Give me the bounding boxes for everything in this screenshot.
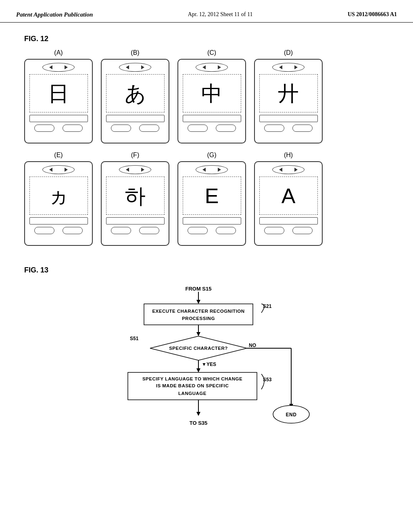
pill-arrow-left-g <box>202 168 206 172</box>
phone-b-buttons <box>111 125 159 132</box>
phone-g-btn2[interactable] <box>216 227 236 234</box>
from-s15-text: FROM S15 <box>185 286 211 292</box>
phone-d: (D) 廾 <box>254 49 323 143</box>
phone-a-mockup: 日 <box>24 59 93 143</box>
phone-h-btn1[interactable] <box>264 227 284 234</box>
arrow-from-s15-head <box>196 300 200 304</box>
phone-g-char: E <box>205 185 219 206</box>
phone-c-mockup: 中 <box>177 59 246 143</box>
arrow-s21-s51-head <box>196 332 200 336</box>
phone-g-btn1[interactable] <box>188 227 208 234</box>
s51-label: S51 <box>130 336 139 341</box>
phone-g-mockup: E <box>177 161 246 246</box>
phone-c-input: 中 <box>183 74 241 112</box>
phone-e-btn1[interactable] <box>34 227 54 234</box>
phone-e-input: ヵ <box>29 177 88 215</box>
phone-a-btn1[interactable] <box>34 125 54 132</box>
phone-a-bar <box>29 115 88 122</box>
phone-b-pill <box>119 63 151 72</box>
arrow-yes-head <box>196 368 200 372</box>
phone-a-label: (A) <box>54 49 63 56</box>
phone-d-btn2[interactable] <box>292 125 313 132</box>
pill-arrow-right-h <box>294 168 298 172</box>
s21-rect <box>144 304 253 325</box>
header-right: US 2012/0086663 A1 <box>348 11 397 18</box>
phone-c-btn1[interactable] <box>188 125 208 132</box>
phone-e-char: ヵ <box>48 185 69 206</box>
phone-f-btn1[interactable] <box>111 227 131 234</box>
phone-e-btn2[interactable] <box>63 227 83 234</box>
phone-b-label: (B) <box>131 49 139 56</box>
pill-arrow-left-f <box>126 168 129 172</box>
to-s35-text: TO S35 <box>190 420 208 426</box>
phone-c-pill <box>196 63 228 72</box>
phones-row-2: (E) ヵ <box>24 152 389 246</box>
pill-arrow-left-h <box>279 168 282 172</box>
phone-f-bar <box>106 217 165 224</box>
phone-g-label: (G) <box>207 152 216 159</box>
phone-g: (G) E <box>177 152 246 246</box>
phone-a-char: 日 <box>48 83 69 104</box>
phone-f-buttons <box>111 227 159 234</box>
pill-arrow-right-c <box>218 65 221 69</box>
pill-arrow-left-d <box>279 65 282 69</box>
phone-a-btn2[interactable] <box>63 125 83 132</box>
phone-h-mockup: A <box>254 161 323 246</box>
phone-d-bar <box>259 115 318 122</box>
phone-d-label: (D) <box>284 49 293 56</box>
phone-d-pill <box>272 63 305 72</box>
phone-c-buttons <box>188 125 236 132</box>
phone-d-char: 廾 <box>278 83 299 104</box>
phone-b-mockup: あ <box>101 59 169 143</box>
phone-e-bar <box>29 217 88 224</box>
phone-b-bar <box>106 115 165 122</box>
phone-c-char: 中 <box>201 83 222 104</box>
figure-13-section: FIG. 13 FROM S15 S21 EXECUTE CHARACTER R… <box>24 266 389 455</box>
phone-h-label: (H) <box>284 152 293 159</box>
phone-g-pill <box>196 165 228 174</box>
header-left: Patent Application Publication <box>16 11 93 18</box>
phone-e-mockup: ヵ <box>24 161 93 246</box>
pill-arrow-left-b <box>126 65 129 69</box>
phone-b-char: あ <box>125 83 146 104</box>
end-text: END <box>286 412 297 418</box>
phone-c-btn2[interactable] <box>216 125 236 132</box>
phone-d-input: 廾 <box>259 74 318 112</box>
pill-arrow-right-g <box>218 168 221 172</box>
s53-text-line1: SPECIFY LANGUAGE TO WHICH CHANGE <box>142 376 242 381</box>
yes-label: ▼YES <box>202 362 216 367</box>
s51-text: SPECIFIC CHARACTER? <box>169 346 228 351</box>
pill-arrow-right-a <box>65 65 68 69</box>
phone-f-btn2[interactable] <box>139 227 159 234</box>
phone-b-btn2[interactable] <box>139 125 159 132</box>
phone-e: (E) ヵ <box>24 152 93 246</box>
s21-text-line1: EXECUTE CHARACTER RECOGNITION <box>152 309 244 314</box>
phone-b-btn1[interactable] <box>111 125 131 132</box>
phones-row-1: (A) 日 <box>24 49 389 143</box>
no-label: NO <box>249 343 256 348</box>
phone-h-pill <box>272 165 305 174</box>
phone-f-mockup: 하 <box>101 161 169 246</box>
main-content: FIG. 12 (A) 日 <box>0 23 413 468</box>
phone-d-mockup: 廾 <box>254 59 323 143</box>
phone-d-btn1[interactable] <box>264 125 284 132</box>
s53-text-line3: LANGUAGE <box>178 391 206 396</box>
phone-e-buttons <box>34 227 83 234</box>
phone-b-input: あ <box>106 74 165 112</box>
phone-h-input: A <box>259 177 318 215</box>
pill-arrow-right-e <box>65 168 68 172</box>
phone-e-label: (E) <box>54 152 63 159</box>
phone-h-buttons <box>264 227 313 234</box>
pill-arrow-left-a <box>49 65 52 69</box>
phone-h-bar <box>259 217 318 224</box>
pill-arrow-left-c <box>202 65 206 69</box>
phone-d-buttons <box>264 125 313 132</box>
phone-g-buttons <box>188 227 236 234</box>
phone-a-input: 日 <box>29 74 88 112</box>
pill-arrow-left-e <box>49 168 52 172</box>
phone-h-btn2[interactable] <box>292 227 313 234</box>
phone-f-label: (F) <box>131 152 139 159</box>
flowchart-svg: FROM S15 S21 EXECUTE CHARACTER RECOGNITI… <box>65 281 348 454</box>
phone-b: (B) あ <box>101 49 169 143</box>
phone-f-input: 하 <box>106 177 165 215</box>
